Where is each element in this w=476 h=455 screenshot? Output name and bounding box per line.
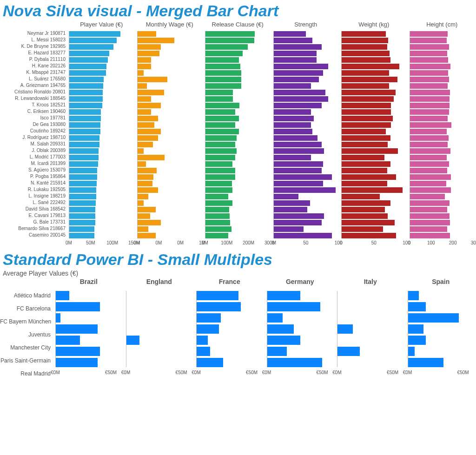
merged-bar — [69, 233, 94, 238]
merged-row-label: Coutinho 189242 — [0, 128, 67, 134]
sm-axis: €0M€50M — [55, 369, 122, 378]
merged-bar — [410, 233, 450, 238]
merged-bar — [138, 135, 159, 141]
merged-bar — [69, 220, 95, 225]
merged-bar — [69, 38, 117, 43]
merged-row-label: S. Agüero 153079 — [0, 167, 67, 173]
merged-bar — [69, 31, 120, 37]
merged-axis: 0100200300 — [410, 239, 475, 249]
merged-bar — [205, 116, 239, 121]
merged-bar — [410, 90, 450, 95]
sm-axis: €0M€50M — [337, 369, 404, 378]
merged-bar — [138, 142, 153, 147]
merged-row-label: T. Kroos 182521 — [0, 102, 67, 108]
merged-bar — [138, 161, 146, 167]
axis-tick: 0M — [177, 240, 184, 245]
merged-bar — [274, 44, 322, 50]
sm-series-col: Spain€0M€50M — [406, 278, 476, 378]
merged-series-header: Weight (kg) — [341, 21, 407, 30]
merged-row-label: G. Bale 173731 — [0, 219, 67, 225]
merged-bar — [138, 44, 161, 50]
merged-bar — [342, 70, 389, 76]
merged-bar — [69, 213, 95, 219]
merged-axis: 050100 — [273, 239, 339, 249]
merged-bar — [69, 116, 101, 121]
merged-bar — [205, 38, 254, 43]
merged-row-label: R. Lewandowski 188545 — [0, 95, 67, 102]
merged-bar — [69, 51, 109, 56]
merged-bar — [274, 233, 332, 238]
merged-row-label: M. Salah 209331 — [0, 141, 67, 147]
merged-bar — [410, 226, 447, 232]
merged-bar — [138, 187, 159, 193]
merged-bar — [342, 161, 390, 167]
sm-bar — [56, 302, 100, 311]
axis-tick: 50 — [303, 240, 308, 245]
merged-bar — [205, 200, 232, 206]
merged-bar — [342, 129, 386, 134]
merged-bar — [69, 155, 99, 160]
sm-bar — [56, 336, 80, 345]
merged-bar — [205, 174, 235, 180]
merged-bar — [69, 103, 102, 108]
merged-bar — [69, 70, 106, 76]
merged-bar — [410, 200, 450, 206]
axis-tick: €50M — [317, 370, 328, 375]
merged-row-label: M. Icardi 201399 — [0, 160, 67, 167]
merged-bar — [69, 109, 101, 115]
merged-bar — [205, 155, 235, 160]
merged-axis: 0M0M0M1M — [137, 239, 203, 249]
axis-tick: €50M — [105, 370, 117, 375]
merged-bar — [410, 174, 451, 180]
sm-axis: €0M€50M — [408, 369, 475, 378]
merged-bar — [205, 64, 240, 69]
merged-bar — [274, 116, 314, 121]
merged-row-label: H. Kane 202126 — [0, 63, 67, 69]
merged-bar — [274, 142, 322, 147]
merged-bar — [69, 122, 100, 128]
sm-bar — [197, 336, 208, 345]
sm-bar — [56, 358, 98, 367]
merged-series-col: Weight (kg)050100 — [340, 21, 408, 249]
merged-bar — [205, 70, 241, 76]
sm-axis: €0M€50M — [126, 369, 193, 378]
axis-tick: 50 — [371, 240, 377, 245]
merged-row-label: L. Insigne 198219 — [0, 193, 67, 199]
merged-series-col: Strength050100 — [272, 21, 340, 249]
merged-bar — [69, 200, 96, 206]
merged-bar — [342, 187, 403, 193]
sm-series-bars — [337, 291, 404, 367]
axis-tick: 0M — [155, 240, 162, 245]
merged-bar — [274, 194, 298, 199]
merged-bar — [342, 109, 391, 115]
sm-row-label: FC Bayern München — [0, 315, 53, 328]
axis-tick: 0 — [272, 240, 275, 245]
merged-axis: 0M100M200M300M — [205, 239, 271, 249]
axis-tick: 0M — [134, 240, 140, 245]
sm-bar — [56, 347, 100, 356]
merged-bar — [342, 200, 390, 206]
merged-bar — [138, 57, 151, 63]
merged-bar — [410, 51, 447, 56]
merged-bar — [205, 161, 232, 167]
sm-series-bars — [55, 291, 122, 367]
merged-series-bars — [341, 31, 407, 238]
sm-axis: €0M€50M — [196, 369, 263, 378]
merged-series-header: Strength — [273, 21, 339, 30]
sm-bar — [197, 347, 210, 356]
merged-bar — [69, 187, 96, 193]
merged-bar — [342, 194, 380, 199]
merged-row-label: L. Suárez 176580 — [0, 76, 67, 82]
merged-bar — [138, 83, 147, 89]
sm-bar — [267, 302, 320, 311]
merged-bar — [205, 135, 237, 141]
axis-tick: €0M — [192, 370, 200, 375]
merged-series-bars — [410, 31, 475, 238]
sm-bar — [267, 324, 294, 334]
merged-bar — [342, 51, 390, 56]
sm-series-col: France€0M€50M — [194, 278, 265, 378]
axis-tick: €0M — [121, 370, 130, 375]
merged-bar — [138, 168, 157, 173]
merged-bar — [342, 148, 398, 154]
merged-row-label: L. Messi 158023 — [0, 37, 67, 43]
